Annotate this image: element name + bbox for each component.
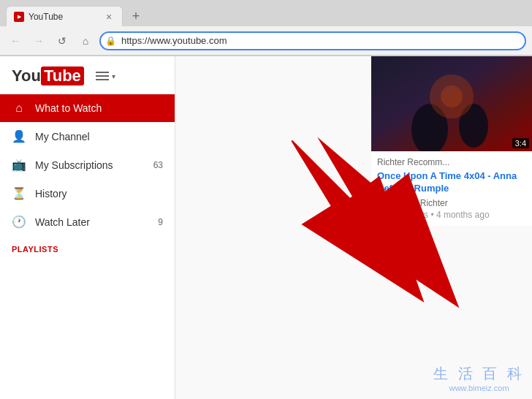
sidebar-item-watch-later[interactable]: 🕐 Watch Later 9 xyxy=(0,208,175,236)
home-icon: ⌂ xyxy=(12,102,26,115)
browser-chrome: YouTube × + ← → ↺ ⌂ 🔒 xyxy=(0,0,532,56)
nav-label-my-subscriptions: My Subscriptions xyxy=(35,159,145,171)
nav-label-what-to-watch: What to Watch xyxy=(35,102,163,114)
new-tab-button[interactable]: + xyxy=(126,6,146,26)
reload-button[interactable]: ↺ xyxy=(53,31,72,50)
video-card: 3:4 Richter Recomm... Once Upon A Time 4… xyxy=(371,56,532,226)
main-content: 3:4 Richter Recomm... Once Upon A Time 4… xyxy=(175,56,532,399)
channel-icon: 👤 xyxy=(12,129,26,143)
video-title[interactable]: Once Upon A Time 4x04 - Anna Defeats Rum… xyxy=(377,170,526,195)
playlists-section-header: PLAYLISTS xyxy=(0,236,175,256)
sidebar: YouTube ▾ ⌂ What to Watch 👤 My Channel 📺… xyxy=(0,56,175,399)
logo-tube: Tube xyxy=(41,66,84,86)
watermark-url: www.bimeiz.com xyxy=(433,384,525,392)
watermark-chinese-text: 生 活 百 科 xyxy=(433,364,525,384)
svg-point-4 xyxy=(441,86,463,107)
video-info: Richter Recomm... Once Upon A Time 4x04 … xyxy=(371,151,532,226)
nav-bar: ← → ↺ ⌂ 🔒 xyxy=(0,26,532,56)
sidebar-item-history[interactable]: ⏳ History xyxy=(0,179,175,208)
forward-button[interactable]: → xyxy=(29,31,48,50)
watch-later-badge: 9 xyxy=(158,217,163,227)
tab-title: YouTube xyxy=(28,12,99,22)
browser-content: YouTube ▾ ⌂ What to Watch 👤 My Channel 📺… xyxy=(0,56,532,399)
nav-label-my-channel: My Channel xyxy=(35,131,163,142)
nav-label-watch-later: Watch Later xyxy=(35,216,149,228)
youtube-logo: YouTube xyxy=(12,66,84,86)
subscriptions-icon: 📺 xyxy=(12,158,26,172)
sidebar-item-what-to-watch[interactable]: ⌂ What to Watch xyxy=(0,94,175,122)
hamburger-lines-icon xyxy=(96,72,109,80)
video-meta: 52,270 views • 4 months ago xyxy=(377,210,526,220)
watch-later-icon: 🕐 xyxy=(12,215,26,229)
watermark: 生 活 百 科 www.bimeiz.com xyxy=(433,364,525,392)
browser-tab[interactable]: YouTube × xyxy=(6,6,123,26)
logo-you: You xyxy=(12,66,41,86)
sidebar-item-my-subscriptions[interactable]: 📺 My Subscriptions 63 xyxy=(0,151,175,179)
nav-label-history: History xyxy=(35,188,163,200)
hamburger-menu-button[interactable]: ▾ xyxy=(93,69,118,83)
lock-icon: 🔒 xyxy=(105,36,116,46)
video-recommender: Richter Recomm... xyxy=(377,157,526,167)
address-bar-input[interactable] xyxy=(99,31,526,50)
address-bar-container: 🔒 xyxy=(99,31,526,50)
logo-area: YouTube ▾ xyxy=(0,56,175,94)
home-button[interactable]: ⌂ xyxy=(76,31,95,50)
tab-favicon-icon xyxy=(14,12,24,22)
history-icon: ⏳ xyxy=(12,186,26,200)
video-duration: 3:4 xyxy=(512,138,529,148)
subscriptions-badge: 63 xyxy=(153,160,163,170)
tab-close-button[interactable]: × xyxy=(103,11,115,23)
back-button[interactable]: ← xyxy=(6,31,25,50)
video-thumbnail[interactable]: 3:4 xyxy=(371,56,532,151)
sidebar-item-my-channel[interactable]: 👤 My Channel xyxy=(0,122,175,151)
tab-bar: YouTube × + xyxy=(0,0,532,26)
hamburger-arrow-icon: ▾ xyxy=(112,72,115,80)
video-channel: by Johann Richter xyxy=(377,198,526,208)
